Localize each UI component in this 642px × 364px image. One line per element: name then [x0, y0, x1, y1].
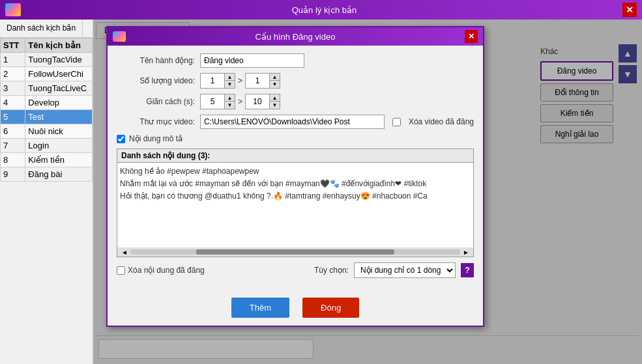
app-close-button[interactable]: ✕	[622, 3, 637, 17]
xoa-video-group: Xóa video đã đăng	[392, 117, 474, 126]
content-line: Hỏi thật, bạn có thương @duathu1 không ?…	[120, 190, 471, 203]
scroll-track	[130, 249, 460, 255]
table-row[interactable]: 4Develop	[1, 96, 93, 110]
content-bottom-row: Xóa nội dung đã đăng Tùy chọn: Nội dung …	[117, 262, 474, 278]
modal-title-bar: Cấu hình Đăng video ✕	[108, 27, 483, 46]
title-bar: Quản lý kịch bản ✕	[0, 0, 642, 20]
tab-danh-sach-kich-ban[interactable]: Danh sách kịch bản	[0, 20, 83, 37]
so-luong-min-up[interactable]: ▲	[224, 74, 235, 81]
left-tabs: Danh sách kịch bản	[0, 20, 93, 38]
gian-cach-min-spinner: ▲ ▼	[200, 94, 235, 109]
cell-stt: 4	[1, 96, 25, 110]
table-row[interactable]: 7Login	[1, 139, 93, 153]
left-panel: Danh sách kịch bản STT Tên kịch bản 1Tuo…	[0, 20, 93, 364]
right-panel: Danh sách hành động Khác Đăng videoĐổi t…	[93, 20, 642, 364]
cell-name: Login	[25, 139, 93, 153]
ten-hanh-dong-input[interactable]	[200, 53, 304, 68]
gian-cach-label: Giãn cách (s):	[117, 97, 195, 106]
col-ten-kich-ban: Tên kịch bản	[25, 38, 93, 53]
so-luong-max-up[interactable]: ▲	[269, 74, 280, 81]
so-luong-max-spinner: ▲ ▼	[245, 73, 280, 89]
app-logo-area	[5, 3, 26, 16]
tuy-chon-select[interactable]: Nội dung chỉ có 1 dòng	[354, 262, 456, 278]
cell-name: Đăng bài	[25, 167, 93, 182]
gian-cach-min-down[interactable]: ▼	[224, 102, 235, 109]
cell-stt: 5	[1, 110, 25, 124]
so-luong-video-row: Số lượng video: ▲ ▼ >	[117, 73, 474, 89]
modal-close-button[interactable]: ✕	[465, 30, 478, 43]
delete-content-group: Xóa nội dung đã đăng	[117, 266, 205, 275]
modal-logo-icon	[113, 31, 126, 42]
cell-name: Test	[25, 110, 93, 124]
noi-dung-mo-ta-checkbox[interactable]	[117, 135, 125, 143]
cell-name: Nuôi nick	[25, 124, 93, 139]
modal-logo-area	[113, 31, 126, 42]
cell-stt: 7	[1, 139, 25, 153]
xoa-video-checkbox[interactable]	[392, 118, 401, 126]
gian-cach-min-input[interactable]	[201, 95, 224, 108]
col-stt: STT	[1, 38, 25, 53]
gian-cach-min-up[interactable]: ▲	[224, 94, 235, 102]
so-luong-max-down[interactable]: ▼	[269, 81, 280, 88]
modal-overlay: Cấu hình Đăng video ✕ Tên hành động: Số …	[93, 20, 642, 364]
so-luong-spinners: ▲ ▼ > ▲ ▼	[200, 73, 280, 89]
xoa-noi-dung-label: Xóa nội dung đã đăng	[128, 266, 205, 275]
gt-symbol-1: >	[238, 76, 242, 85]
app-title: Quản lý kịch bản	[292, 5, 357, 15]
xoa-video-label: Xóa video đã đăng	[409, 117, 474, 126]
cell-name: Kiếm tiền	[25, 153, 93, 167]
so-luong-min-down[interactable]: ▼	[224, 81, 235, 88]
cell-stt: 2	[1, 67, 25, 81]
gian-cach-max-down[interactable]: ▼	[269, 102, 280, 109]
content-list-body[interactable]: Không hề ảo #pewpew #taphoapewpewNhắm mắ…	[117, 163, 473, 247]
cell-name: TuongTacLiveC	[25, 81, 93, 96]
table-row[interactable]: 5Test	[1, 110, 93, 124]
gt-symbol-2: >	[238, 97, 242, 106]
them-button[interactable]: Thêm	[231, 298, 289, 318]
content-line: Không hề ảo #pewpew #taphoapewpew	[120, 165, 471, 178]
table-row[interactable]: 9Đăng bài	[1, 167, 93, 182]
ten-hanh-dong-row: Tên hành động:	[117, 53, 474, 68]
gian-cach-max-up[interactable]: ▲	[269, 94, 280, 102]
main-container: Danh sách kịch bản STT Tên kịch bản 1Tuo…	[0, 20, 642, 364]
content-list-header: Danh sách nội dung (3):	[117, 149, 473, 163]
ten-hanh-dong-label: Tên hành động:	[117, 56, 195, 65]
cell-stt: 3	[1, 81, 25, 96]
table-row[interactable]: 1TuongTacVide	[1, 53, 93, 67]
noi-dung-mo-ta-row: Nội dung mô tả	[117, 134, 474, 143]
modal-body: Tên hành động: Số lượng video: ▲ ▼	[108, 46, 483, 292]
thu-muc-path-input[interactable]	[200, 115, 385, 129]
table-row[interactable]: 2FollowUserChi	[1, 67, 93, 81]
tuy-chon-label: Tùy chọn:	[314, 266, 349, 275]
script-table: STT Tên kịch bản 1TuongTacVide2FollowUse…	[0, 38, 93, 182]
gian-cach-spinners: ▲ ▼ > ▲ ▼	[200, 94, 280, 109]
cell-stt: 9	[1, 167, 25, 182]
table-row[interactable]: 6Nuôi nick	[1, 124, 93, 139]
scroll-thumb	[196, 249, 394, 255]
modal-title: Cấu hình Đăng video	[255, 32, 336, 42]
app-logo-icon	[5, 3, 21, 16]
so-luong-video-label: Số lượng video:	[117, 76, 195, 85]
content-line: Nhắm mắt lại và ước #mayman sẽ đến với b…	[120, 178, 471, 190]
help-button[interactable]: ?	[461, 263, 474, 277]
cell-stt: 6	[1, 124, 25, 139]
noi-dung-mo-ta-label: Nội dung mô tả	[129, 134, 182, 143]
config-modal: Cấu hình Đăng video ✕ Tên hành động: Số …	[106, 26, 484, 327]
scroll-right-btn[interactable]: ►	[460, 249, 472, 256]
xoa-noi-dung-checkbox[interactable]	[117, 266, 125, 275]
modal-footer: Thêm Đóng	[108, 292, 483, 326]
so-luong-min-spinner: ▲ ▼	[200, 73, 235, 89]
cell-stt: 8	[1, 153, 25, 167]
thu-muc-video-label: Thư mục video:	[117, 117, 195, 126]
dong-button[interactable]: Đóng	[302, 298, 359, 318]
horizontal-scrollbar[interactable]: ◄ ►	[117, 247, 473, 257]
cell-name: Develop	[25, 96, 93, 110]
table-row[interactable]: 3TuongTacLiveC	[1, 81, 93, 96]
content-list-container: Danh sách nội dung (3): Không hề ảo #pew…	[117, 148, 474, 257]
table-row[interactable]: 8Kiếm tiền	[1, 153, 93, 167]
so-luong-min-input[interactable]	[201, 74, 224, 87]
so-luong-max-input[interactable]	[246, 74, 269, 87]
gian-cach-max-input[interactable]	[246, 95, 269, 108]
scroll-left-btn[interactable]: ◄	[119, 249, 130, 256]
cell-stt: 1	[1, 53, 25, 67]
